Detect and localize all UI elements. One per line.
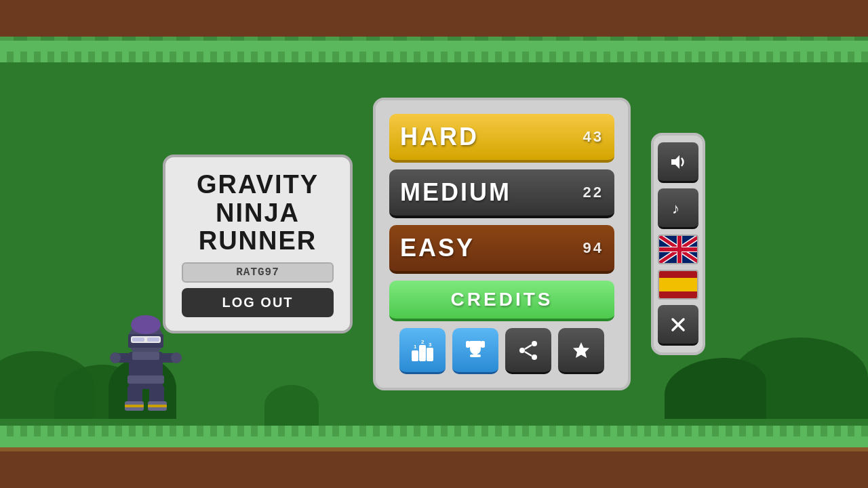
svg-text:♪: ♪ <box>672 200 679 217</box>
title-line-2: NINJA <box>182 199 334 228</box>
svg-rect-47 <box>659 278 698 291</box>
game-title: GRAVITY NINJA RUNNER <box>182 171 334 256</box>
leaderboard-icon: 1 2 3 <box>410 338 435 363</box>
svg-rect-27 <box>473 350 477 354</box>
svg-rect-26 <box>481 341 485 348</box>
share-button[interactable] <box>505 328 551 374</box>
svg-text:2: 2 <box>421 339 425 345</box>
close-button[interactable] <box>658 305 698 346</box>
credits-button[interactable]: CREDITS <box>389 281 614 321</box>
svg-point-30 <box>519 348 525 353</box>
top-dirt-bar <box>0 0 868 41</box>
easy-label: EASY <box>400 234 475 262</box>
medium-score: 22 <box>583 184 604 201</box>
music-button[interactable]: ♪ <box>658 188 698 229</box>
medium-label: MEDIUM <box>400 178 511 207</box>
svg-rect-45 <box>677 236 682 263</box>
icon-row: 1 2 3 <box>389 328 614 374</box>
right-panel: ♪ <box>651 133 705 355</box>
easy-button[interactable]: EASY 94 <box>389 225 614 274</box>
close-icon <box>669 315 688 334</box>
favorite-button[interactable] <box>558 328 604 374</box>
easy-score: 94 <box>583 239 604 257</box>
svg-rect-21 <box>427 348 433 361</box>
trophy-icon <box>463 338 488 363</box>
svg-rect-20 <box>419 345 426 361</box>
title-line-1: GRAVITY <box>182 171 334 199</box>
star-icon <box>571 340 591 361</box>
medium-button[interactable]: MEDIUM 22 <box>389 169 614 218</box>
title-line-3: RUNNER <box>182 227 334 256</box>
svg-point-31 <box>532 354 537 360</box>
share-icon <box>518 340 538 361</box>
sound-button[interactable] <box>658 142 698 183</box>
uk-flag-icon <box>659 236 698 263</box>
main-content: GRAVITY NINJA RUNNER RATG97 LOG OUT HARD… <box>0 61 868 427</box>
bottom-dirt-bar <box>0 447 868 488</box>
trophy-button[interactable] <box>452 328 498 374</box>
svg-line-32 <box>525 345 532 349</box>
sound-icon <box>669 152 688 171</box>
hard-button[interactable]: HARD 43 <box>389 114 614 163</box>
spain-flag-icon <box>659 271 698 298</box>
username-badge: RATG97 <box>182 262 334 283</box>
hard-label: HARD <box>400 123 479 151</box>
svg-text:1: 1 <box>414 344 417 350</box>
svg-point-29 <box>532 341 537 346</box>
title-panel: GRAVITY NINJA RUNNER RATG97 LOG OUT <box>163 155 353 333</box>
menu-panel: HARD 43 MEDIUM 22 EASY 94 CREDITS 1 <box>373 98 631 390</box>
svg-marker-35 <box>671 155 679 169</box>
svg-rect-25 <box>466 341 470 348</box>
leaderboard-button[interactable]: 1 2 3 <box>399 328 446 374</box>
logout-button[interactable]: LOG OUT <box>182 288 334 317</box>
svg-marker-34 <box>573 342 589 358</box>
svg-rect-19 <box>412 350 418 361</box>
english-flag-button[interactable] <box>658 235 698 264</box>
music-icon: ♪ <box>669 199 688 218</box>
hard-score: 43 <box>583 128 604 146</box>
svg-text:3: 3 <box>429 342 432 348</box>
svg-rect-28 <box>470 354 481 357</box>
bottom-zigzag <box>0 426 868 436</box>
spanish-flag-button[interactable] <box>658 270 698 300</box>
svg-line-33 <box>525 352 532 356</box>
